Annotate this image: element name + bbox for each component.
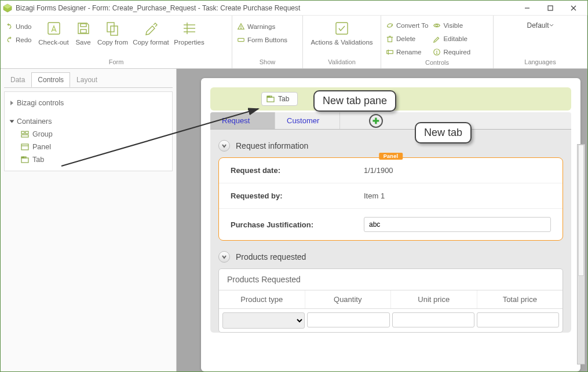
save-icon [75,20,92,36]
redo-icon [5,36,13,44]
convert-icon [386,21,394,30]
copyfrom-label: Copy from [97,39,128,46]
tree-label: Tab [32,156,44,164]
editable-button[interactable]: Editable [433,32,468,45]
dropdown-caret-icon [549,23,554,28]
tree-label: Bizagi controls [17,99,64,107]
input-total-price[interactable] [477,312,559,327]
properties-button[interactable]: Properties [172,20,207,46]
svg-rect-33 [21,158,28,163]
undo-icon [5,23,13,31]
convert-button[interactable]: Convert To [386,19,428,32]
validation-icon [334,20,350,36]
tree-item-panel[interactable]: Panel [9,141,167,153]
svg-rect-7 [81,30,86,33]
label-requested-by: Requested by: [231,191,364,200]
tree-label: Panel [32,143,51,151]
value-requested-by: Item 1 [364,191,551,200]
maximize-button[interactable] [539,1,562,15]
draggable-tab-chip[interactable]: Tab [261,92,298,106]
copyfrom-button[interactable]: Copy from [96,20,130,46]
scroll-thumb[interactable] [578,145,584,276]
tree-label: Group [32,130,53,138]
sidebar-tab-controls[interactable]: Controls [31,72,70,87]
tree-item-bizagi-controls[interactable]: Bizagi controls [9,97,167,109]
ribbon-group-show: Show [232,58,302,68]
col-product-type: Product type [219,290,305,308]
properties-icon [181,20,198,36]
svg-rect-31 [21,144,28,150]
delete-icon [386,35,394,43]
rename-icon [386,48,394,56]
formbuttons-button[interactable]: Form Buttons [237,34,287,46]
input-product-type[interactable] [222,312,305,329]
ribbon-group-languages: Languages [494,58,587,68]
language-default-label: Default [527,21,549,30]
language-default-button[interactable]: Default [527,21,553,30]
sidebar-tab-layout[interactable]: Layout [70,72,104,87]
ribbon-group-validation: Validation [303,58,381,68]
add-tab-button[interactable]: ✚ [369,114,383,128]
redo-button[interactable]: Redo [5,34,32,46]
chevron-down-icon [218,251,230,263]
svg-rect-38 [269,96,272,97]
tree-label: Containers [17,117,52,126]
properties-label: Properties [174,39,204,46]
rename-button[interactable]: Rename [386,46,421,58]
label-request-date: Request date: [231,166,364,175]
input-unit-price[interactable] [392,312,474,327]
vertical-scrollbar[interactable] [577,144,585,364]
form-canvas[interactable]: Tab Request Customer ✚ Request informati… [201,78,580,371]
svg-rect-3 [548,6,553,10]
svg-rect-35 [24,157,26,158]
warnings-icon [237,23,245,31]
checkout-button[interactable]: Check-out [36,20,71,46]
col-unit-price: Unit price [391,290,477,308]
checkout-label: Check-out [38,39,68,46]
section-products-header[interactable]: Products requested [218,249,563,268]
required-button[interactable]: Required [433,46,470,58]
tree-item-group[interactable]: Group [9,128,167,141]
tree-item-tab[interactable]: Tab [9,153,167,166]
svg-point-16 [241,28,242,28]
copyformat-button[interactable]: Copy format [130,20,172,46]
warnings-button[interactable]: Warnings [237,20,275,33]
tab-icon [21,156,29,164]
caret-right-icon [10,101,13,105]
svg-rect-28 [21,131,24,134]
actions-validations-button[interactable]: Actions & Validations [308,20,376,46]
required-label: Required [443,49,470,56]
group-icon [21,130,29,138]
chevron-down-icon [218,140,230,152]
save-button[interactable]: Save [71,20,96,46]
label-justification: Purchase Justification: [231,220,364,229]
form-tab-request[interactable]: Request [210,112,275,129]
grid-products[interactable]: Products Requested Product type Quantity… [218,268,563,333]
panel-badge: Panel [379,153,403,160]
input-justification[interactable] [364,217,551,232]
svg-rect-22 [387,50,393,53]
ribbon-group-form: Form [1,58,232,68]
editable-label: Editable [443,35,468,42]
close-button[interactable] [562,1,585,15]
caret-down-icon [10,120,14,123]
panel-request-info[interactable]: Panel Request date: 1/1/1900 Requested b… [218,157,563,241]
app-logo-icon [3,3,12,13]
svg-point-27 [437,53,437,54]
sidebar-tab-data[interactable]: Data [4,72,31,87]
form-tab-customer[interactable]: Customer [275,112,340,129]
col-quantity: Quantity [305,290,392,308]
input-quantity[interactable] [307,312,389,327]
svg-rect-30 [21,135,28,137]
value-request-date: 1/1/1900 [364,166,551,175]
undo-button[interactable]: Undo [5,20,32,33]
formbuttons-label: Form Buttons [247,36,287,43]
copyformat-icon [143,20,159,36]
visible-button[interactable]: Visible [433,19,463,32]
tree-item-containers[interactable]: Containers [9,115,167,128]
minimize-button[interactable] [516,1,539,15]
save-label: Save [75,39,90,46]
delete-button[interactable]: Delete [386,32,415,45]
chip-label: Tab [278,95,289,103]
ribbon-group-controls: Controls [381,58,493,68]
